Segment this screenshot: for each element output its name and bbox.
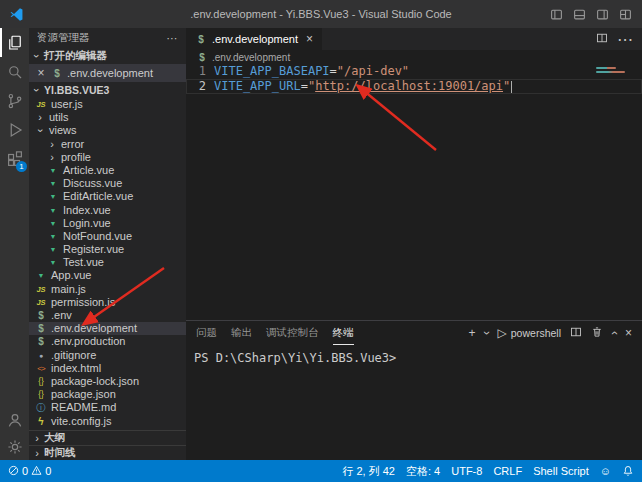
layout-controls bbox=[550, 8, 632, 21]
tree-item-Index.vue[interactable]: ▼Index.vue bbox=[29, 204, 186, 217]
tree-item-README.md[interactable]: ⓘREADME.md bbox=[29, 401, 186, 414]
panel-tab-终端[interactable]: 终端 bbox=[333, 321, 354, 345]
tree-item-Register.vue[interactable]: ▼Register.vue bbox=[29, 243, 186, 256]
more-actions-icon[interactable]: ⋯ bbox=[617, 30, 633, 49]
eol-setting[interactable]: CRLF bbox=[493, 465, 522, 477]
open-editors-label: 打开的编辑器 bbox=[44, 49, 107, 63]
file-name: Test.vue bbox=[63, 256, 104, 269]
tree-item-permission.js[interactable]: JSpermission.js bbox=[29, 296, 186, 309]
code-editor[interactable]: 1VITE_APP_BASEAPI="/api-dev"2VITE_APP_UR… bbox=[186, 64, 642, 320]
bottom-panel: 问题输出调试控制台终端 + › ▷ powershell › × bbox=[186, 320, 642, 460]
more-actions-icon[interactable]: ⋯ bbox=[167, 32, 179, 44]
close-panel-icon[interactable]: × bbox=[625, 327, 632, 339]
minimap[interactable] bbox=[596, 67, 630, 75]
file-name: Login.vue bbox=[63, 217, 111, 230]
extensions-icon[interactable]: 1 bbox=[0, 144, 29, 173]
tree-item-vite.config.js[interactable]: ϟvite.config.js bbox=[29, 415, 186, 428]
tree-item-EditArticle.vue[interactable]: ▼EditArticle.vue bbox=[29, 190, 186, 203]
tree-item-index.html[interactable]: <>index.html bbox=[29, 362, 186, 375]
explorer-icon[interactable] bbox=[0, 28, 29, 57]
code-line-1: 1VITE_APP_BASEAPI="/api-dev" bbox=[186, 64, 642, 79]
toggle-panel-icon[interactable] bbox=[573, 8, 586, 21]
close-icon[interactable]: × bbox=[306, 32, 313, 46]
panel-tabs: 问题输出调试控制台终端 bbox=[196, 321, 354, 345]
breadcrumb[interactable]: $ .env.development bbox=[186, 50, 642, 64]
split-terminal-icon[interactable] bbox=[570, 326, 582, 341]
tree-item-Discuss.vue[interactable]: ▼Discuss.vue bbox=[29, 177, 186, 190]
open-editor-item[interactable]: × $ .env.development bbox=[29, 64, 186, 82]
editor-column: $ .env.development × ⋯ $ .env.developmen… bbox=[186, 28, 642, 460]
file-name: error bbox=[61, 138, 84, 151]
tree-item-error[interactable]: ›error bbox=[29, 138, 186, 151]
window-title: .env.development - Yi.BBS.Vue3 - Visual … bbox=[0, 8, 642, 20]
tree-item-package.json[interactable]: {}package.json bbox=[29, 388, 186, 401]
kill-terminal-trash-icon[interactable] bbox=[591, 326, 603, 341]
language-mode[interactable]: Shell Script bbox=[533, 465, 589, 477]
panel-tab-调试控制台[interactable]: 调试控制台 bbox=[266, 321, 319, 345]
split-editor-icon[interactable] bbox=[596, 30, 608, 48]
tree-item-views[interactable]: ›views bbox=[29, 124, 186, 137]
timeline-section-header[interactable]: › 时间线 bbox=[29, 445, 186, 460]
chevron-right-icon: › bbox=[35, 111, 45, 124]
toggle-sidebar-icon[interactable] bbox=[550, 8, 563, 21]
tree-item-.gitignore[interactable]: ●.gitignore bbox=[29, 349, 186, 362]
warning-icon bbox=[31, 465, 42, 478]
search-icon[interactable] bbox=[0, 57, 29, 86]
toggle-secondary-sidebar-icon[interactable] bbox=[596, 8, 609, 21]
indentation-setting[interactable]: 空格: 4 bbox=[406, 464, 440, 479]
tree-item-main.js[interactable]: JSmain.js bbox=[29, 283, 186, 296]
feedback-smiley-icon[interactable]: ☺ bbox=[600, 465, 611, 477]
file-name: Article.vue bbox=[63, 164, 114, 177]
vue-file-icon: ▼ bbox=[35, 269, 47, 282]
tree-item-.env[interactable]: $.env bbox=[29, 309, 186, 322]
outline-section-header[interactable]: › 大纲 bbox=[29, 430, 186, 445]
tree-item-user.js[interactable]: JSuser.js bbox=[29, 98, 186, 111]
tree-item-package-lock.json[interactable]: {}package-lock.json bbox=[29, 375, 186, 388]
tree-item-App.vue[interactable]: ▼App.vue bbox=[29, 269, 186, 282]
line-number: 2 bbox=[186, 79, 206, 94]
tree-item-utils[interactable]: ›utils bbox=[29, 111, 186, 124]
editor-tab-bar: $ .env.development × ⋯ bbox=[186, 28, 642, 50]
open-editor-name: .env.development bbox=[67, 67, 153, 79]
code-token: VITE_APP_BASEAPI bbox=[214, 64, 330, 78]
open-editors-header[interactable]: › 打开的编辑器 bbox=[29, 48, 186, 64]
error-icon bbox=[8, 465, 19, 478]
env-file-icon: $ bbox=[51, 68, 63, 79]
tree-item-NotFound.vue[interactable]: ▼NotFound.vue bbox=[29, 230, 186, 243]
chevron-down-icon: › bbox=[31, 85, 43, 95]
shell-selector[interactable]: ▷ powershell bbox=[498, 327, 561, 339]
maximize-panel-icon[interactable]: › bbox=[608, 331, 620, 335]
panel-tab-输出[interactable]: 输出 bbox=[231, 321, 252, 345]
tree-item-Test.vue[interactable]: ▼Test.vue bbox=[29, 256, 186, 269]
chevron-down-icon[interactable]: › bbox=[481, 331, 493, 335]
cursor-position[interactable]: 行 2, 列 42 bbox=[342, 464, 395, 479]
tree-item-profile[interactable]: ›profile bbox=[29, 151, 186, 164]
editor-tab-env-development[interactable]: $ .env.development × bbox=[186, 28, 322, 50]
close-icon[interactable]: × bbox=[35, 66, 47, 80]
new-terminal-icon[interactable]: + bbox=[469, 327, 476, 339]
encoding-setting[interactable]: UTF-8 bbox=[451, 465, 482, 477]
vite-file-icon: ϟ bbox=[35, 415, 47, 428]
main-area: 1 资源管理器 ⋯ › 打开的编辑器 × $ .env.deve bbox=[0, 28, 642, 460]
terminal[interactable]: PS D:\CSharp\Yi\Yi.BBS.Vue3> bbox=[186, 345, 642, 460]
notifications-bell-icon[interactable] bbox=[622, 465, 634, 477]
tree-item-.env.production[interactable]: $.env.production bbox=[29, 335, 186, 348]
file-name: EditArticle.vue bbox=[63, 190, 133, 203]
project-header[interactable]: › YI.BBS.VUE3 bbox=[29, 82, 186, 98]
vue-file-icon: ▼ bbox=[47, 190, 59, 203]
problems-status[interactable]: 0 0 bbox=[8, 465, 51, 478]
settings-gear-icon[interactable] bbox=[0, 434, 29, 460]
tree-item-Article.vue[interactable]: ▼Article.vue bbox=[29, 164, 186, 177]
run-debug-icon[interactable] bbox=[0, 115, 29, 144]
account-icon[interactable] bbox=[0, 405, 29, 434]
chevron-right-icon: › bbox=[32, 447, 42, 459]
file-name: index.html bbox=[51, 362, 101, 375]
customize-layout-icon[interactable] bbox=[619, 8, 632, 21]
tree-item-Login.vue[interactable]: ▼Login.vue bbox=[29, 217, 186, 230]
tree-item-.env.development[interactable]: $.env.development bbox=[29, 322, 186, 335]
title-bar: .env.development - Yi.BBS.Vue3 - Visual … bbox=[0, 0, 642, 28]
breadcrumb-item[interactable]: .env.development bbox=[212, 52, 290, 63]
source-control-icon[interactable] bbox=[0, 86, 29, 115]
js-file-icon: JS bbox=[35, 283, 47, 296]
panel-tab-问题[interactable]: 问题 bbox=[196, 321, 217, 345]
